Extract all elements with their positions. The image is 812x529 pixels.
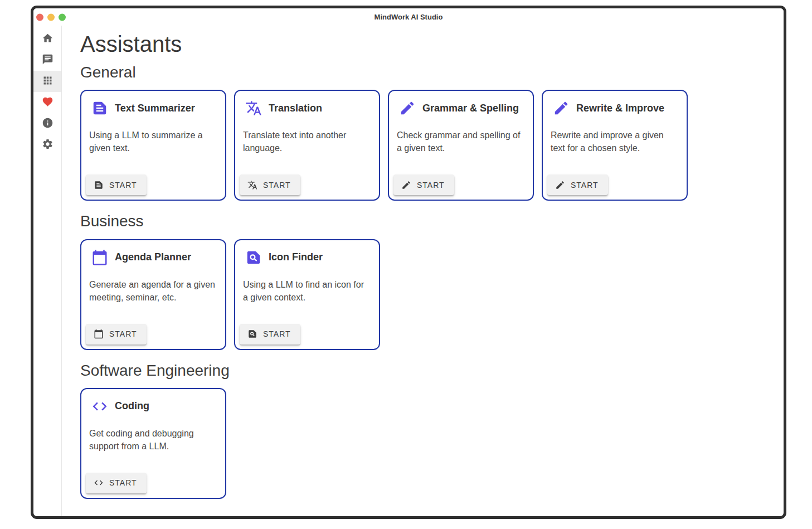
card-text-summarizer: Text Summarizer Using a LLM to summarize… bbox=[80, 90, 226, 201]
section-heading-general: General bbox=[80, 64, 772, 81]
start-button-label: START bbox=[417, 181, 445, 190]
heart-icon bbox=[42, 96, 54, 110]
card-description: Check grammar and spelling of a given te… bbox=[389, 120, 533, 154]
apps-icon bbox=[42, 75, 54, 89]
gear-icon bbox=[42, 138, 54, 152]
card-rewrite-improve: Rewrite & Improve Rewrite and improve a … bbox=[542, 90, 688, 201]
calendar-icon bbox=[91, 249, 108, 266]
sidebar-item-supporters[interactable] bbox=[33, 92, 61, 113]
sidebar-item-chat[interactable] bbox=[33, 50, 61, 71]
window-title: MindWork AI Studio bbox=[375, 13, 443, 21]
chat-icon bbox=[42, 54, 54, 67]
main-content: Assistants General Text Summarizer Using… bbox=[62, 26, 784, 516]
document-search-icon bbox=[247, 329, 257, 339]
start-button-label: START bbox=[263, 329, 291, 338]
window-controls bbox=[36, 13, 66, 21]
card-description: Translate text into another language. bbox=[235, 120, 379, 154]
close-window-button[interactable] bbox=[36, 13, 43, 21]
zoom-window-button[interactable] bbox=[59, 13, 66, 21]
minimize-window-button[interactable] bbox=[47, 13, 55, 21]
card-description: Generate an agenda for a given meeting, … bbox=[81, 269, 225, 304]
translate-icon bbox=[247, 180, 257, 190]
card-title: Icon Finder bbox=[269, 251, 323, 263]
page-title: Assistants bbox=[80, 31, 772, 57]
start-button-coding[interactable]: START bbox=[86, 473, 147, 493]
start-button-text-summarizer[interactable]: START bbox=[86, 174, 147, 195]
card-title: Translation bbox=[269, 103, 322, 114]
start-button-grammar-spelling[interactable]: START bbox=[393, 174, 454, 195]
title-bar: MindWork AI Studio bbox=[33, 8, 784, 26]
card-description: Rewrite and improve a given text for a c… bbox=[543, 120, 687, 154]
card-grammar-spelling: Grammar & Spelling Check grammar and spe… bbox=[388, 90, 534, 201]
start-button-label: START bbox=[109, 478, 137, 487]
pencil-icon bbox=[555, 180, 565, 190]
code-icon bbox=[94, 478, 104, 488]
card-icon-finder: Icon Finder Using a LLM to find an icon … bbox=[234, 239, 380, 350]
sidebar-item-settings[interactable] bbox=[33, 134, 61, 156]
start-button-translation[interactable]: START bbox=[240, 174, 300, 195]
start-button-label: START bbox=[109, 181, 137, 190]
card-description: Using a LLM to summarize a given text. bbox=[81, 120, 225, 154]
card-title: Text Summarizer bbox=[115, 103, 195, 114]
info-icon bbox=[42, 117, 54, 131]
start-button-label: START bbox=[109, 329, 137, 338]
sidebar-item-about[interactable] bbox=[33, 113, 61, 134]
pencil-icon bbox=[401, 180, 411, 190]
translate-icon bbox=[245, 100, 262, 117]
card-title: Coding bbox=[115, 400, 149, 412]
start-button-agenda-planner[interactable]: START bbox=[86, 324, 147, 344]
sidebar bbox=[33, 26, 62, 516]
card-title: Grammar & Spelling bbox=[422, 103, 519, 114]
cards-row-business: Agenda Planner Generate an agenda for a … bbox=[80, 239, 772, 350]
pencil-icon bbox=[553, 100, 570, 117]
pencil-icon bbox=[399, 100, 416, 117]
card-translation: Translation Translate text into another … bbox=[234, 90, 380, 201]
start-button-icon-finder[interactable]: START bbox=[240, 324, 300, 344]
home-icon bbox=[42, 32, 54, 46]
card-description: Using a LLM to find an icon for a given … bbox=[235, 269, 379, 304]
code-icon bbox=[91, 398, 108, 415]
sidebar-item-home[interactable] bbox=[33, 28, 61, 50]
text-snippet-icon bbox=[94, 180, 104, 190]
card-description: Get coding and debugging support from a … bbox=[81, 418, 225, 453]
start-button-rewrite-improve[interactable]: START bbox=[547, 174, 608, 195]
cards-row-software-engineering: Coding Get coding and debugging support … bbox=[80, 388, 772, 499]
text-snippet-icon bbox=[91, 100, 108, 117]
cards-row-general: Text Summarizer Using a LLM to summarize… bbox=[80, 90, 772, 201]
card-agenda-planner: Agenda Planner Generate an agenda for a … bbox=[80, 239, 226, 350]
section-heading-business: Business bbox=[80, 212, 772, 230]
card-coding: Coding Get coding and debugging support … bbox=[80, 388, 226, 499]
card-title: Rewrite & Improve bbox=[576, 103, 664, 114]
card-title: Agenda Planner bbox=[115, 251, 191, 263]
start-button-label: START bbox=[263, 181, 291, 190]
calendar-icon bbox=[94, 329, 104, 339]
section-heading-software-engineering: Software Engineering bbox=[80, 362, 772, 380]
app-window: MindWork AI Studio Assistants bbox=[31, 6, 786, 519]
sidebar-item-assistants[interactable] bbox=[33, 71, 61, 92]
document-search-icon bbox=[245, 249, 262, 266]
start-button-label: START bbox=[571, 181, 599, 190]
